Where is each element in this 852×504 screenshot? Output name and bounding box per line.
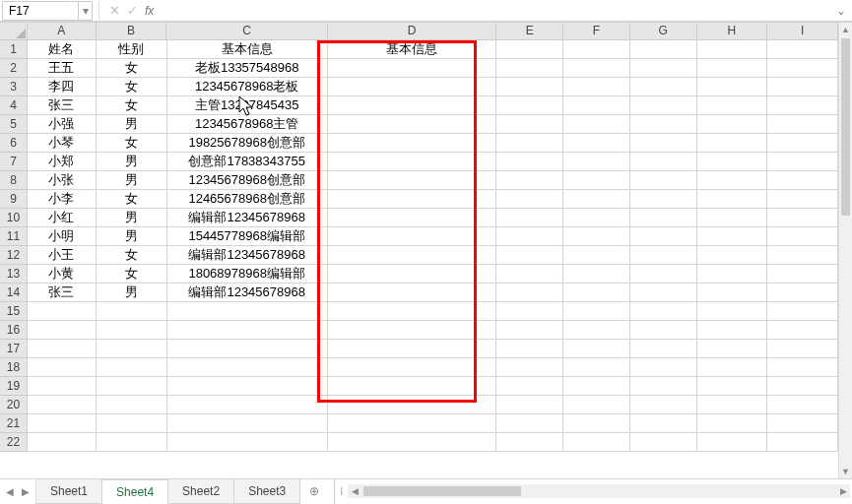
cell[interactable]: [97, 340, 167, 358]
cell[interactable]: [328, 321, 496, 340]
cell[interactable]: 姓名: [28, 40, 97, 59]
cell[interactable]: 小琴: [28, 134, 97, 153]
cell[interactable]: [328, 115, 496, 134]
cell[interactable]: 编辑部12345678968: [167, 246, 328, 265]
cell[interactable]: [496, 59, 563, 78]
scroll-up-icon[interactable]: ▲: [839, 23, 852, 36]
cell[interactable]: [496, 246, 563, 265]
cell[interactable]: [563, 171, 630, 190]
cell[interactable]: 小张: [28, 171, 97, 190]
cell[interactable]: [697, 302, 768, 321]
cell[interactable]: [167, 396, 328, 414]
cell[interactable]: 小黄: [28, 265, 97, 284]
cell[interactable]: [97, 396, 167, 414]
cell[interactable]: [767, 171, 838, 190]
cell[interactable]: [28, 414, 97, 433]
sheet-tab[interactable]: Sheet1: [36, 479, 102, 504]
cell[interactable]: [630, 433, 697, 452]
cell[interactable]: [630, 209, 697, 227]
cell[interactable]: [767, 190, 838, 209]
cell[interactable]: [767, 59, 838, 78]
cell[interactable]: 性别: [97, 40, 167, 59]
row-header[interactable]: 3: [0, 78, 28, 96]
add-sheet-button[interactable]: ⊕: [300, 479, 328, 504]
cell[interactable]: [697, 190, 768, 209]
cell[interactable]: [630, 396, 697, 414]
cell[interactable]: [697, 134, 768, 153]
expand-formula-bar-icon[interactable]: ⌄: [832, 4, 850, 18]
cell[interactable]: [496, 96, 563, 115]
cell[interactable]: 李四: [28, 78, 97, 96]
cell[interactable]: [697, 396, 768, 414]
cells-area[interactable]: 姓名性别基本信息基本信息王五女老板13357548968李四女123456789…: [28, 40, 838, 465]
cell[interactable]: [563, 190, 630, 209]
cell[interactable]: [563, 340, 630, 358]
name-box-dropdown[interactable]: ▾: [79, 1, 93, 21]
sheet-tab[interactable]: Sheet3: [234, 479, 300, 504]
row-header[interactable]: 10: [0, 209, 28, 227]
cell[interactable]: [630, 59, 697, 78]
cell[interactable]: [97, 302, 167, 321]
cell[interactable]: [563, 284, 630, 302]
row-header[interactable]: 9: [0, 190, 28, 209]
cell[interactable]: [630, 171, 697, 190]
cell[interactable]: [767, 153, 838, 171]
cell[interactable]: [496, 358, 563, 377]
row-header[interactable]: 11: [0, 227, 28, 246]
row-header[interactable]: 5: [0, 115, 28, 134]
cell[interactable]: [767, 134, 838, 153]
cell[interactable]: 女: [97, 96, 167, 115]
row-header[interactable]: 20: [0, 396, 28, 414]
cell[interactable]: [563, 321, 630, 340]
cell[interactable]: 小强: [28, 115, 97, 134]
scroll-down-icon[interactable]: ▼: [839, 465, 852, 478]
cell[interactable]: 12465678968创意部: [167, 190, 328, 209]
cell[interactable]: [697, 227, 768, 246]
col-header-A[interactable]: A: [28, 23, 97, 40]
cell[interactable]: [563, 227, 630, 246]
cell[interactable]: [697, 358, 768, 377]
cell[interactable]: [697, 115, 768, 134]
scroll-right-icon[interactable]: ▶: [836, 484, 850, 498]
row-header[interactable]: 2: [0, 59, 28, 78]
cell[interactable]: [767, 302, 838, 321]
cell[interactable]: [767, 265, 838, 284]
cell[interactable]: [28, 302, 97, 321]
select-all-corner[interactable]: [0, 23, 28, 40]
cell[interactable]: [328, 358, 496, 377]
cell[interactable]: [767, 414, 838, 433]
col-header-I[interactable]: I: [767, 23, 838, 40]
cell[interactable]: [630, 321, 697, 340]
cell[interactable]: 女: [97, 190, 167, 209]
cell[interactable]: [697, 59, 768, 78]
row-header[interactable]: 19: [0, 377, 28, 396]
cell[interactable]: [630, 246, 697, 265]
cell[interactable]: [328, 78, 496, 96]
cell[interactable]: 12345678968主管: [167, 115, 328, 134]
cell[interactable]: [328, 153, 496, 171]
cell[interactable]: 15445778968编辑部: [167, 227, 328, 246]
col-header-D[interactable]: D: [328, 23, 496, 40]
cell[interactable]: 男: [97, 209, 167, 227]
cell[interactable]: [563, 265, 630, 284]
cell[interactable]: [496, 321, 563, 340]
cell[interactable]: [328, 265, 496, 284]
col-header-H[interactable]: H: [697, 23, 768, 40]
cell[interactable]: [630, 284, 697, 302]
cell[interactable]: [496, 190, 563, 209]
cell[interactable]: [328, 134, 496, 153]
cell[interactable]: [563, 59, 630, 78]
cell[interactable]: [97, 377, 167, 396]
cell[interactable]: [630, 414, 697, 433]
cell[interactable]: [630, 190, 697, 209]
cell[interactable]: 12345678968创意部: [167, 171, 328, 190]
cell[interactable]: [28, 433, 97, 452]
cell[interactable]: 小郑: [28, 153, 97, 171]
cell[interactable]: [328, 284, 496, 302]
cell[interactable]: [697, 40, 768, 59]
cell[interactable]: [630, 134, 697, 153]
sheet-tab[interactable]: Sheet4: [102, 479, 168, 504]
tab-prev-icon[interactable]: ◀: [6, 486, 14, 497]
row-header[interactable]: 18: [0, 358, 28, 377]
cell[interactable]: 女: [97, 265, 167, 284]
